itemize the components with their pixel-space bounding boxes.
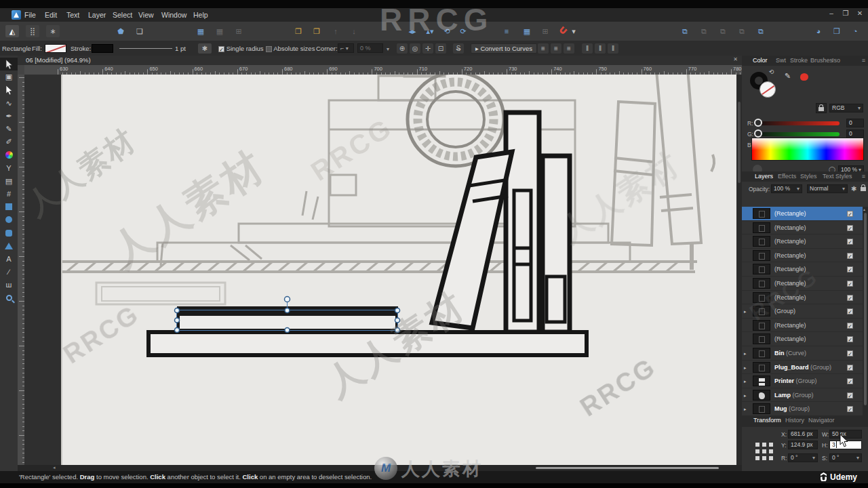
menu-item-edit[interactable]: Edit	[45, 11, 57, 19]
tab-stroke[interactable]: Stroke	[790, 57, 808, 64]
color-mode-select[interactable]: RGB ▾	[829, 104, 863, 113]
vector-crop-tool[interactable]: #	[0, 188, 18, 201]
layer-visibility-checkbox[interactable]: ✓	[847, 280, 853, 287]
cycle-selection-icon[interactable]: S	[453, 43, 464, 54]
layer-row[interactable]: (Rectangle)✓	[742, 235, 863, 249]
node-tool[interactable]	[0, 83, 18, 96]
flip-horizontal-icon[interactable]: ◂▸	[406, 25, 419, 37]
y-field[interactable]: 124.9 px	[788, 441, 818, 449]
align-left-icon[interactable]: ≡	[538, 43, 549, 54]
layer-visibility-checkbox[interactable]: ✓	[847, 405, 853, 412]
slider-knob[interactable]	[754, 129, 762, 138]
marquee-icon[interactable]: ▦	[194, 25, 208, 37]
rotate-ccw-icon[interactable]: ⟲	[440, 25, 454, 37]
layer-visibility-checkbox[interactable]: ✓	[847, 364, 853, 371]
layer-row[interactable]: ▸(Group)✓	[742, 304, 863, 319]
layer-visibility-checkbox[interactable]: ✓	[847, 392, 853, 399]
tab-brushes[interactable]: Brushes	[810, 57, 833, 64]
convert-to-curves-button[interactable]: ▸ Convert to Curves	[471, 43, 537, 54]
view-tool[interactable]: ш	[0, 279, 18, 291]
expand-arrow-icon[interactable]: ▸	[744, 309, 747, 314]
menu-item-layer[interactable]: Layer	[88, 11, 106, 19]
transparency-tool[interactable]: Y	[0, 162, 18, 175]
order-down-icon[interactable]: ↓	[347, 25, 361, 37]
align-bottom-icon[interactable]: ‖	[608, 43, 618, 54]
snap-center-icon[interactable]: ⊕	[397, 43, 408, 54]
corner-radius-field[interactable]: 0 %	[357, 43, 383, 53]
r-field[interactable]: 0 ° ▾	[788, 453, 818, 462]
shape-tool[interactable]	[0, 240, 18, 253]
pencil-tool[interactable]: ✎	[0, 123, 18, 136]
boolean-subtract-icon[interactable]: ⧉	[697, 25, 711, 37]
vertical-ruler[interactable]	[18, 75, 24, 465]
menu-item-window[interactable]: Window	[161, 11, 186, 19]
expand-arrow-icon[interactable]: ▸	[744, 351, 747, 357]
tab-effects[interactable]: Effects	[778, 173, 796, 180]
layer-visibility-checkbox[interactable]: ✓	[847, 322, 853, 329]
tab-iso[interactable]: Iso	[832, 57, 840, 64]
layer-visibility-checkbox[interactable]: ✓	[847, 210, 853, 217]
minimize-button[interactable]: –	[826, 9, 837, 17]
layer-row[interactable]: (Rectangle)✓	[742, 291, 863, 305]
style-picker-tool[interactable]: ∕	[0, 266, 18, 279]
color-panel-menu-icon[interactable]: ≡	[862, 57, 865, 64]
h-field[interactable]: 3	[829, 441, 862, 449]
layers-panel-menu-icon[interactable]: ≡	[862, 173, 865, 180]
fill-color-well[interactable]	[760, 81, 776, 98]
rotation-handle[interactable]	[285, 297, 290, 302]
zoom-tool[interactable]	[0, 292, 18, 305]
layer-lock-icon[interactable]	[861, 184, 866, 192]
artboard-tool[interactable]: ▣	[0, 70, 18, 83]
insert-inside-icon[interactable]: ❒	[830, 25, 844, 37]
menu-item-select[interactable]: Select	[113, 11, 132, 19]
layers-opacity-field[interactable]: 100 % ▾	[771, 184, 802, 193]
tab-color[interactable]: Color	[753, 57, 768, 64]
horizontal-scroll-thumb[interactable]	[536, 467, 719, 469]
export-persona-icon[interactable]: ∗	[46, 25, 60, 37]
layer-row[interactable]: (Rectangle)✓	[742, 249, 863, 263]
pen-tool[interactable]: ✒	[0, 110, 18, 123]
rounded-rectangle-tool[interactable]	[0, 227, 18, 240]
menu-item-view[interactable]: View	[138, 11, 154, 19]
rotate-marquee-icon[interactable]: ⊞	[232, 25, 245, 37]
eyedropper-icon[interactable]: ✐	[783, 73, 791, 79]
boolean-add-icon[interactable]: ⧉	[678, 25, 692, 37]
slider-knob[interactable]	[754, 119, 762, 127]
s-field[interactable]: 0 ° ▾	[829, 453, 862, 462]
align-center-icon[interactable]: ≡	[551, 43, 561, 54]
scroll-up-icon[interactable]: ▴	[863, 207, 865, 211]
tab-navigator[interactable]: Navigator	[808, 417, 835, 424]
align-top-icon[interactable]: ‖	[582, 43, 593, 54]
vector-brush-tool[interactable]: ✐	[0, 136, 18, 148]
rectangle-tool[interactable]	[0, 201, 18, 214]
canvas-viewport[interactable]	[24, 75, 742, 465]
layer-row[interactable]: (Rectangle)✓	[742, 332, 863, 346]
single-radius-checkbox[interactable]: ✓ Single radius	[218, 45, 264, 52]
slider-lock-icon[interactable]	[816, 103, 827, 113]
move-tool[interactable]	[0, 58, 18, 70]
layer-visibility-checkbox[interactable]: ✓	[847, 294, 853, 301]
blend-options-gear-icon[interactable]: ✱	[851, 185, 856, 192]
tab-text-styles[interactable]: Text Styles	[823, 173, 852, 180]
text-tool[interactable]: A	[0, 253, 18, 266]
layer-visibility-checkbox[interactable]: ✓	[847, 308, 853, 314]
color-spectrum[interactable]	[751, 138, 864, 161]
snap-geometry-icon[interactable]: ◎	[410, 43, 420, 54]
close-button[interactable]: ✕	[854, 9, 865, 17]
layer-row[interactable]: (Rectangle)✓	[742, 319, 863, 333]
shield-icon[interactable]: ⬟	[114, 25, 127, 37]
layer-visibility-checkbox[interactable]: ✓	[847, 224, 853, 231]
layer-row[interactable]: ▸Lamp (Group)✓	[742, 388, 863, 403]
vertical-scrollbar[interactable]	[736, 75, 742, 465]
layers-scroll-thumb[interactable]	[864, 213, 867, 405]
expand-arrow-icon[interactable]: ▸	[744, 393, 747, 399]
layer-row[interactable]: ▸Bin (Curve)✓	[742, 346, 863, 361]
insert-on-top-icon[interactable]: ◔	[848, 25, 862, 37]
shapes-icon[interactable]: ❏	[133, 25, 146, 37]
align-middle-icon[interactable]: ‖	[595, 43, 606, 54]
snap-box-icon[interactable]: ⊡	[435, 43, 446, 54]
snap-options-icon[interactable]: ⊞	[538, 25, 552, 37]
layer-row[interactable]: (Rectangle)✓	[742, 207, 863, 221]
duplicate-icon[interactable]: ❐	[292, 25, 305, 37]
layer-visibility-checkbox[interactable]: ✓	[847, 350, 853, 357]
